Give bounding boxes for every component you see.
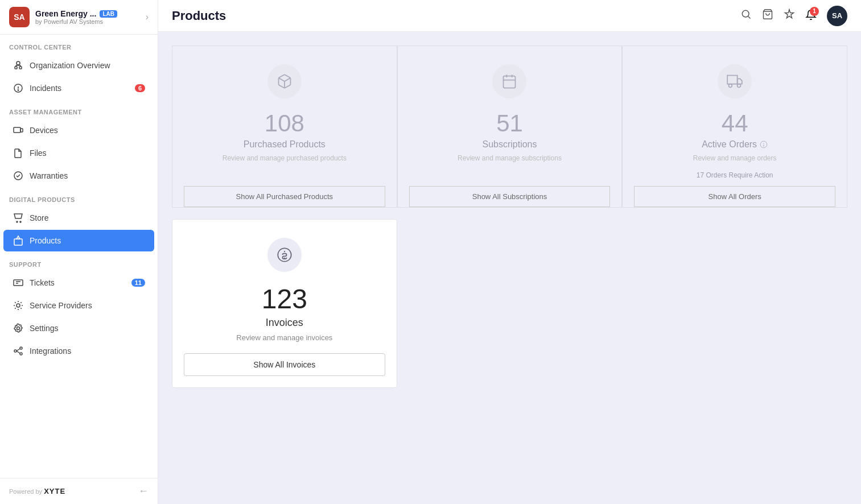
incidents-badge: 6 xyxy=(135,84,145,92)
purchased-products-icon-wrap xyxy=(267,64,302,98)
sidebar-item-label: Warranties xyxy=(30,171,68,180)
svg-line-25 xyxy=(17,351,20,353)
sidebar-item-label: Devices xyxy=(30,126,58,135)
sidebar-item-devices[interactable]: Devices xyxy=(3,119,154,141)
user-avatar[interactable]: SA xyxy=(827,6,847,26)
invoices-icon-wrap xyxy=(267,238,302,272)
subscriptions-desc: Review and manage subscriptions xyxy=(458,154,562,162)
sidebar-item-service-providers[interactable]: Service Providers xyxy=(3,295,154,316)
svg-point-41 xyxy=(278,248,291,261)
subscriptions-label: Subscriptions xyxy=(482,139,537,150)
page-title: Products xyxy=(172,9,226,23)
service-icon xyxy=(13,300,24,311)
sidebar-item-warranties[interactable]: Warranties xyxy=(3,165,154,187)
brand-name: Green Energy ... xyxy=(35,9,96,18)
info-icon xyxy=(760,141,768,148)
subscriptions-card: 51 Subscriptions Review and manage subsc… xyxy=(397,46,623,208)
sidebar-item-label: Incidents xyxy=(30,84,61,93)
orders-require-action-link[interactable]: 17 Orders Require Action xyxy=(697,171,773,179)
store-icon xyxy=(13,212,24,224)
svg-point-37 xyxy=(738,84,741,88)
invoices-desc: Review and manage invoices xyxy=(236,333,332,342)
support-label: Support xyxy=(0,252,158,271)
notifications-button[interactable]: 1 xyxy=(805,9,817,23)
sidebar-header: SA Green Energy ... LAB by Powerful AV S… xyxy=(0,0,158,35)
brand-sub: by Powerful AV Systems xyxy=(35,18,140,25)
active-orders-desc: Review and manage orders xyxy=(693,154,777,162)
sidebar-item-tickets[interactable]: Tickets 11 xyxy=(3,272,154,294)
content-area: 108 Purchased Products Review and manage… xyxy=(158,32,861,504)
svg-rect-1 xyxy=(15,67,17,69)
svg-marker-35 xyxy=(738,79,742,84)
sidebar-item-label: Organization Overview xyxy=(30,61,110,70)
asset-management-label: Asset Management xyxy=(0,100,158,119)
svg-rect-10 xyxy=(14,127,20,133)
svg-point-9 xyxy=(18,90,18,90)
calendar-icon xyxy=(501,73,517,89)
incidents-icon xyxy=(13,82,24,94)
sidebar-item-store[interactable]: Store xyxy=(3,207,154,229)
products-icon xyxy=(13,235,24,246)
purchased-products-desc: Review and manage purchased products xyxy=(223,154,347,162)
show-all-orders-button[interactable]: Show All Orders xyxy=(634,186,835,207)
sidebar: SA Green Energy ... LAB by Powerful AV S… xyxy=(0,0,158,504)
sidebar-item-label: Service Providers xyxy=(30,301,92,310)
svg-point-13 xyxy=(17,221,18,222)
svg-point-22 xyxy=(20,347,22,349)
files-icon xyxy=(13,147,24,159)
subscriptions-icon-wrap xyxy=(492,64,526,98)
svg-point-40 xyxy=(764,146,764,146)
devices-icon xyxy=(13,125,24,136)
show-all-purchased-products-button[interactable]: Show All Purchased Products xyxy=(184,186,385,207)
topbar-actions: 1 SA xyxy=(740,6,847,26)
svg-point-21 xyxy=(14,350,17,352)
sidebar-item-label: Integrations xyxy=(30,346,71,356)
brand-info: Green Energy ... LAB by Powerful AV Syst… xyxy=(35,9,140,25)
cart-icon[interactable] xyxy=(762,9,773,23)
sparkle-icon[interactable] xyxy=(784,9,795,23)
dollar-circle-icon xyxy=(277,247,293,263)
svg-rect-34 xyxy=(727,76,738,84)
notification-badge: 1 xyxy=(810,7,819,16)
svg-rect-11 xyxy=(20,129,23,132)
stats-cards-grid: 108 Purchased Products Review and manage… xyxy=(172,46,847,208)
svg-point-14 xyxy=(20,221,21,222)
main-area: Products 1 SA xyxy=(158,0,861,504)
sidebar-item-label: Settings xyxy=(30,324,59,333)
sidebar-item-files[interactable]: Files xyxy=(3,142,154,164)
settings-icon xyxy=(13,323,24,334)
integrations-icon xyxy=(13,345,24,357)
topbar: Products 1 SA xyxy=(158,0,861,32)
svg-point-19 xyxy=(17,304,20,307)
sidebar-item-organization-overview[interactable]: Organization Overview xyxy=(3,55,154,76)
purchased-products-label: Purchased Products xyxy=(244,139,326,150)
sidebar-item-incidents[interactable]: Incidents 6 xyxy=(3,77,154,99)
sidebar-collapse-icon[interactable]: › xyxy=(146,12,149,22)
invoices-label: Invoices xyxy=(266,317,303,329)
sidebar-item-settings[interactable]: Settings xyxy=(3,317,154,339)
active-orders-label: Active Orders xyxy=(702,139,768,150)
subscriptions-count: 51 xyxy=(496,110,523,137)
sidebar-footer: Powered by XYTE ← xyxy=(0,478,158,504)
svg-point-23 xyxy=(20,353,22,355)
sidebar-collapse-icon[interactable]: ← xyxy=(138,485,149,497)
svg-rect-16 xyxy=(14,280,23,286)
sidebar-item-label: Files xyxy=(30,148,47,158)
powered-by-text: Powered by XYTE xyxy=(9,487,65,495)
lab-badge: LAB xyxy=(100,10,117,18)
show-all-subscriptions-button[interactable]: Show All Subscriptions xyxy=(409,186,611,207)
show-all-invoices-button[interactable]: Show All Invoices xyxy=(184,353,385,376)
sidebar-item-products[interactable]: Products xyxy=(3,230,154,251)
org-icon xyxy=(13,60,24,71)
active-orders-count: 44 xyxy=(722,110,748,137)
active-orders-icon-wrap xyxy=(718,64,752,98)
box-icon xyxy=(277,73,293,89)
tickets-badge: 11 xyxy=(131,279,145,287)
sidebar-item-integrations[interactable]: Integrations xyxy=(3,340,154,362)
search-icon[interactable] xyxy=(740,9,752,23)
invoices-card: 123 Invoices Review and manage invoices … xyxy=(172,219,397,388)
svg-point-20 xyxy=(17,327,20,330)
svg-rect-30 xyxy=(504,76,516,88)
svg-line-27 xyxy=(748,16,751,19)
svg-rect-2 xyxy=(19,67,22,69)
